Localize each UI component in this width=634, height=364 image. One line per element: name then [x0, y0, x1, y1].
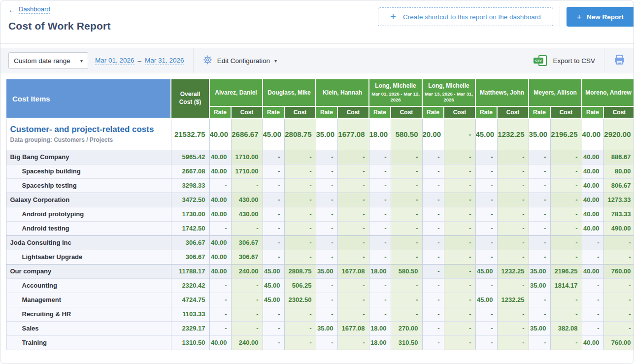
rate-cell: 40.00 — [209, 264, 231, 278]
rate-cell: 40.00 — [209, 193, 231, 207]
cost-cell: - — [444, 335, 475, 350]
overall-cost-cell: 21532.75 — [171, 118, 209, 150]
row-label-cell: Recruiting & HR — [6, 307, 171, 321]
cost-cell: - — [231, 278, 263, 293]
cost-cell: - — [444, 321, 475, 335]
cost-cell: 1232.25 — [497, 118, 529, 150]
rate-cell: - — [582, 235, 603, 250]
rate-cell: - — [263, 321, 284, 335]
rate-cell: - — [369, 193, 391, 207]
rate-cell: - — [529, 293, 550, 307]
overall-cost-cell: 2320.42 — [171, 278, 209, 293]
rate-cell: - — [422, 278, 444, 293]
column-date-range: Mar 01, 2026 - Mar 12, 2026 — [370, 91, 421, 103]
print-button[interactable] — [613, 54, 626, 67]
row-label-cell: Android testing — [6, 221, 171, 235]
summary-title: Customer- and project-related costs — [10, 125, 171, 134]
cost-cell: 1273.33 — [603, 193, 634, 207]
column-header: Klein, Hannah — [316, 79, 369, 106]
chevron-down-icon: ▾ — [80, 58, 83, 64]
cost-cell: - — [284, 221, 316, 235]
date-range-select[interactable]: Custom date range ▾ — [8, 52, 88, 69]
rate-cell: 45.00 — [475, 118, 497, 150]
cost-cell: - — [497, 250, 529, 264]
summary-row: Customer- and project-related costs Data… — [6, 118, 634, 150]
rate-cell: - — [422, 178, 444, 193]
cost-cell: 2920.00 — [603, 118, 634, 150]
rate-cell: - — [475, 335, 497, 350]
rate-subheader: Rate — [475, 106, 497, 118]
cost-cell: - — [497, 221, 529, 235]
cost-cell: - — [444, 164, 475, 178]
column-header: Matthews, John — [475, 79, 529, 106]
table-row: Android prototyping1730.0040.00430.00---… — [6, 207, 634, 221]
cost-cell: - — [550, 293, 582, 307]
table-row: Joda Consulting Inc306.6740.00306.67----… — [6, 235, 634, 250]
cost-cell: 783.33 — [603, 207, 634, 221]
cost-cell: 310.50 — [391, 335, 422, 350]
cost-cell: - — [284, 250, 316, 264]
cost-cell: - — [497, 207, 529, 221]
cost-cell: 1232.25 — [497, 293, 529, 307]
rate-cell: - — [422, 264, 444, 278]
cost-cell: - — [284, 307, 316, 321]
cost-cell: 240.00 — [231, 264, 263, 278]
cost-cell: - — [391, 250, 422, 264]
rate-cell: - — [422, 221, 444, 235]
cost-cell: 1814.17 — [550, 278, 582, 293]
date-to-link[interactable]: Mar 31, 2026 — [145, 57, 184, 65]
overall-cost-cell: 5965.42 — [171, 150, 209, 164]
cost-cell: - — [497, 235, 529, 250]
csv-file-icon: csv — [534, 55, 547, 66]
cost-cell: - — [550, 207, 582, 221]
cost-cell: - — [284, 193, 316, 207]
rate-cell: - — [263, 235, 284, 250]
rate-cell: 35.00 — [529, 321, 550, 335]
rate-cell: 40.00 — [209, 235, 231, 250]
cost-cell: - — [391, 164, 422, 178]
rate-cell: - — [263, 207, 284, 221]
cost-cell: - — [284, 321, 316, 335]
cost-cell: - — [284, 207, 316, 221]
cost-cell: 506.25 — [284, 278, 316, 293]
divider — [193, 48, 194, 73]
column-header: Long, MichelleMar 01, 2026 - Mar 12, 202… — [369, 79, 422, 106]
table-row: Management4724.75--45.002302.50------45.… — [6, 293, 634, 307]
cost-cell: - — [444, 250, 475, 264]
cost-cell: - — [603, 235, 634, 250]
export-csv-button[interactable]: csv Export to CSV — [534, 55, 595, 66]
summary-subtitle: Data grouping: Customers / Projects — [10, 136, 171, 143]
cost-cell: - — [497, 178, 529, 193]
export-csv-label: Export to CSV — [553, 57, 595, 65]
cost-cell: 430.00 — [231, 193, 263, 207]
rate-cell: - — [422, 293, 444, 307]
cost-cell: - — [284, 164, 316, 178]
rate-subheader: Rate — [263, 106, 284, 118]
edit-configuration-button[interactable]: Edit Configuration ▾ — [202, 55, 277, 66]
back-link[interactable]: ← Dashboard — [8, 5, 50, 14]
cost-cell: - — [550, 235, 582, 250]
rate-cell: - — [209, 221, 231, 235]
cost-cell: 2686.67 — [231, 118, 263, 150]
rate-cell: - — [582, 278, 603, 293]
rate-cell: 18.00 — [369, 321, 391, 335]
create-shortcut-button[interactable]: + Create shortcut to this report on the … — [378, 7, 553, 26]
cost-cell: 760.00 — [603, 264, 634, 278]
column-name: Long, Michelle — [424, 82, 474, 90]
rate-cell: 40.00 — [582, 335, 603, 350]
date-from-link[interactable]: Mar 01, 2026 — [95, 57, 134, 65]
cost-subheader: Cost — [337, 106, 369, 118]
table-row: Big Bang Company5965.4240.001710.00-----… — [6, 150, 634, 164]
column-name: Klein, Hannah — [317, 89, 367, 97]
back-arrow-icon: ← — [8, 6, 16, 13]
toolbar: Custom date range ▾ Mar 01, 2026 – Mar 3… — [0, 48, 634, 73]
cost-cell: - — [550, 221, 582, 235]
rate-cell: - — [475, 321, 497, 335]
page-header: ← Dashboard Cost of Work Report + Create… — [0, 0, 634, 44]
rate-cell: 35.00 — [529, 118, 550, 150]
table-row: Our company11788.1740.00240.0045.002808.… — [6, 264, 634, 278]
overall-cost-cell: 11788.17 — [171, 264, 209, 278]
new-report-button[interactable]: + New Report — [567, 7, 634, 27]
column-header: Moreno, Andrew — [582, 79, 634, 106]
rate-cell: 45.00 — [263, 278, 284, 293]
